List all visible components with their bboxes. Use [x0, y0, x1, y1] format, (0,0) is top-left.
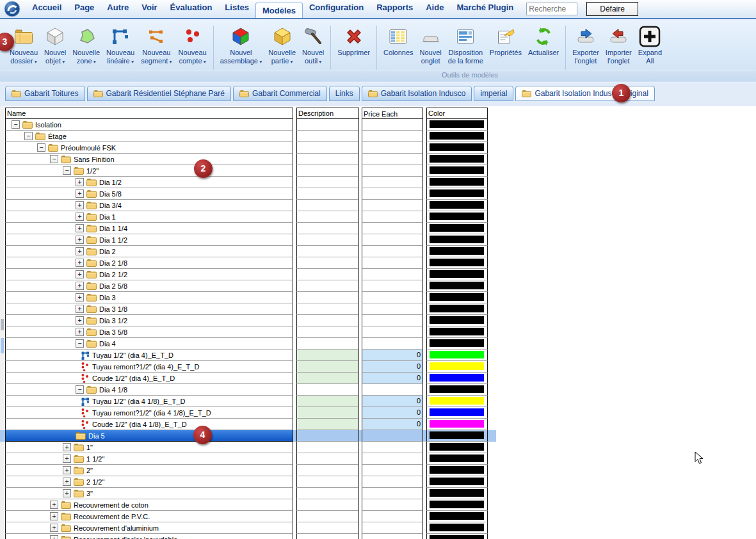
collapse-icon[interactable]: −	[24, 132, 33, 140]
tree-row-dia-3-4[interactable]: + Dia 3/4	[0, 200, 496, 211]
expand-icon[interactable]: +	[76, 213, 84, 221]
name-cell[interactable]: − Dia 4 1/8	[5, 384, 293, 396]
color-cell[interactable]	[426, 200, 488, 211]
price-each-cell[interactable]	[362, 177, 423, 188]
color-cell[interactable]	[426, 326, 488, 338]
price-each-cell[interactable]: 0	[362, 361, 423, 373]
menu-item-configuration[interactable]: Configuration	[303, 0, 370, 18]
price-each-cell[interactable]	[362, 142, 423, 154]
expand-icon[interactable]: +	[76, 316, 84, 325]
column-header-color[interactable]: Color	[426, 108, 488, 119]
tree-row-pr-oulmoul-fsk[interactable]: − Préoulmoulé FSK	[0, 142, 496, 154]
name-cell[interactable]: + Dia 1	[5, 211, 293, 223]
color-cell[interactable]	[426, 465, 488, 476]
app-logo-icon[interactable]	[4, 1, 20, 17]
color-cell[interactable]	[426, 269, 488, 280]
description-cell[interactable]	[296, 465, 359, 476]
template-tab-gabarit-commercial[interactable]: Gabarit Commercial	[233, 86, 327, 101]
column-header-description[interactable]: Description	[296, 108, 359, 119]
name-cell[interactable]: − Isolation	[5, 119, 293, 131]
color-cell[interactable]	[426, 338, 488, 350]
ribbon-button-propri-t-s[interactable]: Propriétés	[487, 23, 525, 57]
tree-row-recouvrement-d-acier-inoxydable[interactable]: + Recouvrement d'acier inoxydable	[0, 534, 496, 539]
description-cell[interactable]	[296, 407, 359, 419]
name-cell[interactable]: + Dia 3	[5, 292, 293, 303]
tree-row-dia-4[interactable]: − Dia 4	[0, 338, 496, 350]
name-cell[interactable]: + 2 1/2"	[5, 476, 293, 488]
ribbon-button-actualiser[interactable]: Actualiser	[525, 23, 562, 57]
expand-icon[interactable]: +	[50, 524, 58, 532]
color-cell[interactable]	[426, 131, 488, 142]
description-cell[interactable]	[296, 361, 359, 373]
name-cell[interactable]: + Dia 1 1/2	[5, 234, 293, 246]
price-each-cell[interactable]	[362, 453, 423, 465]
name-cell[interactable]: − Dia 4	[5, 338, 293, 350]
tree-row-dia-5-8[interactable]: + Dia 5/8	[0, 188, 496, 200]
color-cell[interactable]	[426, 476, 488, 488]
color-cell[interactable]	[426, 223, 488, 234]
price-each-cell[interactable]	[362, 430, 423, 442]
color-cell[interactable]	[426, 396, 488, 407]
name-cell[interactable]: + 3"	[5, 488, 293, 499]
description-cell[interactable]	[296, 326, 359, 338]
menu-item-mod-les[interactable]: Modèles	[255, 3, 303, 18]
tree-row-tuyau-remont-1-2-dia-4-1-8-e-t-d[interactable]: Tuyau remont?1/2" (dia 4 1/8)_E_T_D0	[0, 407, 496, 419]
tree-row-dia-2[interactable]: + Dia 2	[0, 246, 496, 257]
name-cell[interactable]: − Étage	[5, 131, 293, 142]
price-each-cell[interactable]: 0	[362, 419, 423, 430]
name-cell[interactable]: + Dia 3 1/2	[5, 315, 293, 326]
expand-icon[interactable]: +	[76, 201, 84, 209]
name-cell[interactable]: Tuyau 1/2" (dia 4 1/8)_E_T_D	[5, 396, 293, 407]
expand-icon[interactable]: +	[76, 224, 84, 232]
description-cell[interactable]	[296, 119, 359, 131]
description-cell[interactable]	[296, 257, 359, 269]
name-cell[interactable]: − Sans Finition	[5, 154, 293, 165]
expand-icon[interactable]: +	[76, 178, 84, 186]
price-each-cell[interactable]	[362, 522, 423, 534]
color-cell[interactable]	[426, 511, 488, 522]
name-cell[interactable]: + Dia 2 1/2	[5, 269, 293, 280]
color-cell[interactable]	[426, 280, 488, 292]
color-cell[interactable]	[426, 165, 488, 177]
description-cell[interactable]	[296, 131, 359, 142]
menu-item-rapports[interactable]: Rapports	[370, 0, 419, 18]
ribbon-button-nouvelle-zone[interactable]: Nouvellezone ▾	[69, 23, 103, 66]
ribbon-button-nouvel-outil[interactable]: Nouveloutil ▾	[299, 23, 327, 66]
description-cell[interactable]	[296, 211, 359, 223]
description-cell[interactable]	[296, 246, 359, 257]
name-cell[interactable]: + Dia 1/2	[5, 177, 293, 188]
tree-row-dia-4-1-8[interactable]: − Dia 4 1/8	[0, 384, 496, 396]
tree-row-1-2[interactable]: − 1/2"	[0, 165, 496, 177]
description-cell[interactable]	[296, 430, 359, 442]
menu-item-listes[interactable]: Listes	[218, 0, 255, 18]
color-cell[interactable]	[426, 188, 488, 200]
tree-row-dia-1-1-4[interactable]: + Dia 1 1/4	[0, 223, 496, 234]
menu-item-autre[interactable]: Autre	[101, 0, 135, 18]
description-cell[interactable]	[296, 453, 359, 465]
expand-icon[interactable]: +	[50, 535, 58, 539]
price-each-cell[interactable]: 0	[362, 407, 423, 419]
description-cell[interactable]	[296, 396, 359, 407]
color-cell[interactable]	[426, 315, 488, 326]
undo-button[interactable]: Défaire	[586, 2, 638, 16]
description-cell[interactable]	[296, 373, 359, 384]
tree-row-2[interactable]: + 2"	[0, 465, 496, 476]
price-each-cell[interactable]	[362, 234, 423, 246]
price-each-cell[interactable]: 0	[362, 396, 423, 407]
menu-item-march-plugin[interactable]: Marché Plugin	[450, 0, 520, 18]
description-cell[interactable]	[296, 303, 359, 315]
color-cell[interactable]	[426, 303, 488, 315]
price-each-cell[interactable]: 0	[362, 350, 423, 361]
name-cell[interactable]: Dia 5	[5, 430, 293, 442]
expand-icon[interactable]: +	[63, 466, 71, 474]
expand-icon[interactable]: +	[63, 455, 71, 463]
description-cell[interactable]	[296, 315, 359, 326]
name-cell[interactable]: + 1 1/2"	[5, 453, 293, 465]
price-each-cell[interactable]	[362, 476, 423, 488]
name-cell[interactable]: + Recouvrement de P.V.C.	[5, 511, 293, 522]
color-cell[interactable]	[426, 430, 488, 442]
name-cell[interactable]: Tuyau remont?1/2" (dia 4 1/8)_E_T_D	[5, 407, 293, 419]
color-cell[interactable]	[426, 373, 488, 384]
ribbon-button-disposition-de-la-forme[interactable]: Dispositionde la forme	[445, 23, 487, 65]
price-each-cell[interactable]	[362, 269, 423, 280]
